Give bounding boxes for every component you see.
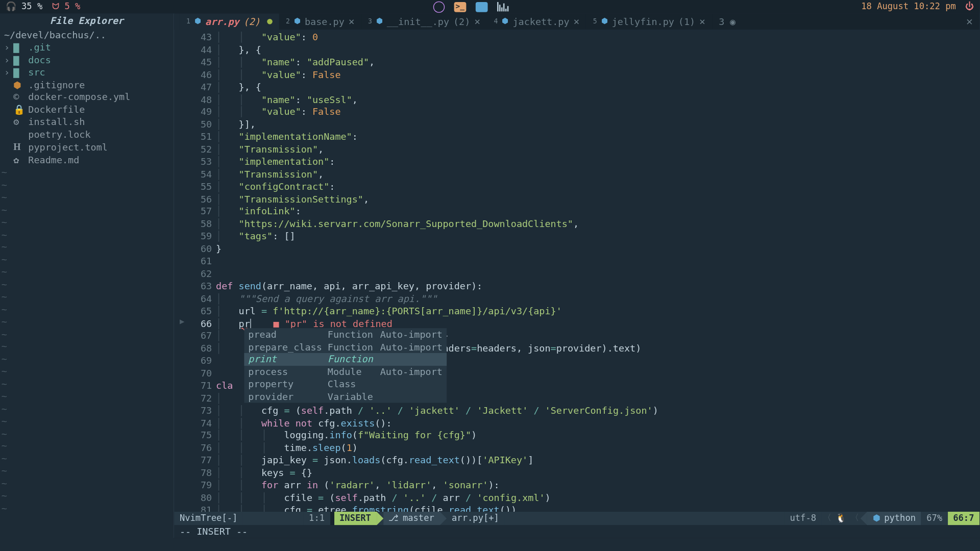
tree-item-docs[interactable]: ›▇docs bbox=[4, 54, 174, 66]
tab-arr.py[interactable]: 1⬢arr.py (2) bbox=[180, 13, 279, 30]
close-icon[interactable]: ✕ bbox=[966, 15, 973, 28]
tree-item-.gitignore[interactable]: ⬢.gitignore bbox=[4, 79, 174, 91]
tab-close-icon[interactable]: × bbox=[699, 15, 705, 28]
tree-item-pyproject.toml[interactable]: Hpyproject.toml bbox=[4, 140, 174, 154]
audio-bars-icon[interactable] bbox=[497, 2, 508, 11]
tux-icon: 🐧 bbox=[833, 512, 849, 525]
tab-bar: 1⬢arr.py (2)2⬢base.py ×3⬢__init__.py (2)… bbox=[174, 13, 979, 30]
status-filename: arr.py[+] bbox=[447, 512, 505, 525]
tree-item-install.sh[interactable]: ⚙install.sh bbox=[4, 116, 174, 128]
tree-item-poetry.lock[interactable]: poetry.lock bbox=[4, 128, 174, 140]
status-mode: INSERT bbox=[334, 512, 376, 525]
system-top-bar: 🎧 35 % ᗢ 5 % >_ 18 August 10:22 pm ⏻ bbox=[0, 0, 979, 13]
tab-overflow[interactable]: 3◉ ✕ bbox=[712, 13, 979, 30]
tree-item-src[interactable]: ›▇src bbox=[4, 66, 174, 78]
power-icon[interactable]: ⏻ bbox=[965, 1, 974, 13]
completion-item-property[interactable]: propertyClass bbox=[244, 378, 446, 390]
tree-item-.git[interactable]: ›▇.git bbox=[4, 41, 174, 53]
terminal-icon[interactable]: >_ bbox=[454, 2, 466, 12]
tab-jackett.py[interactable]: 4⬢jackett.py × bbox=[487, 13, 586, 30]
status-nvimtree: NvimTree[-] bbox=[174, 512, 243, 525]
completion-item-provider[interactable]: providerVariable bbox=[244, 390, 446, 403]
message-icon[interactable] bbox=[476, 2, 488, 12]
firefox-icon[interactable] bbox=[433, 1, 445, 12]
completion-item-prepare_class[interactable]: prepare_classFunctionAuto-import bbox=[244, 341, 446, 353]
tab-jellyfin.py[interactable]: 5⬢jellyfin.py (1) × bbox=[586, 13, 713, 30]
completion-item-print[interactable]: printFunction bbox=[244, 353, 446, 365]
line-number-gutter: 4344454647484950515253545556575859606162… bbox=[184, 30, 216, 512]
status-line-col: 66:7 bbox=[948, 512, 979, 525]
completion-item-process[interactable]: processModuleAuto-import bbox=[244, 365, 446, 378]
headphone-battery: 🎧 35 % bbox=[6, 1, 43, 13]
tab-close-icon[interactable]: × bbox=[349, 15, 355, 28]
status-cursor-pos-left: 1:1 bbox=[304, 512, 330, 525]
tree-item-Dockerfile[interactable]: 🔒Dockerfile bbox=[4, 103, 174, 115]
tree-item-Readme.md[interactable]: ✿Readme.md bbox=[4, 154, 174, 166]
tree-item-docker-compose.yml[interactable]: ©docker-compose.yml bbox=[4, 91, 174, 103]
tab-base.py[interactable]: 2⬢base.py × bbox=[279, 13, 361, 30]
tab-close-icon[interactable]: × bbox=[573, 15, 579, 28]
status-percent: 67% bbox=[921, 512, 948, 525]
file-explorer: File Explorer ~/devel/bacchus/.. ›▇.git›… bbox=[0, 13, 174, 538]
status-line: NvimTree[-] 1:1 INSERT ⎇master arr.py[+]… bbox=[174, 512, 979, 525]
status-git-branch: ⎇master bbox=[383, 512, 440, 525]
command-line: -- INSERT -- bbox=[174, 525, 979, 538]
code-editor[interactable]: │ │ "value": 0│ }, {│ │ "name": "addPaus… bbox=[216, 30, 979, 512]
temperature: ᗢ 5 % bbox=[52, 1, 81, 13]
status-language: ⬢python bbox=[867, 512, 921, 525]
tab-close-icon[interactable]: × bbox=[474, 15, 480, 28]
status-encoding: utf-8 bbox=[785, 512, 822, 525]
clock-datetime: 18 August 10:22 pm bbox=[861, 1, 956, 13]
file-explorer-path: ~/devel/bacchus/.. bbox=[0, 29, 174, 41]
completion-item-pread[interactable]: preadFunctionAuto-import bbox=[244, 328, 446, 340]
file-explorer-title: File Explorer bbox=[0, 13, 174, 29]
tab-__init__.py[interactable]: 3⬢__init__.py (2) × bbox=[361, 13, 487, 30]
completion-popup[interactable]: preadFunctionAuto-importprepare_classFun… bbox=[244, 328, 446, 403]
